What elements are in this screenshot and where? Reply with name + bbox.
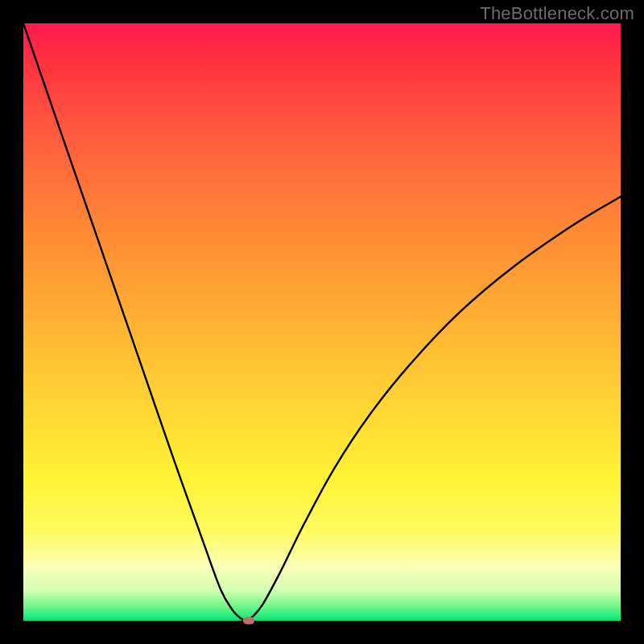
curve-path — [23, 23, 621, 621]
plot-area — [23, 23, 621, 621]
optimum-marker — [243, 617, 254, 625]
watermark-text: TheBottleneck.com — [480, 3, 634, 24]
bottleneck-curve — [23, 23, 621, 621]
